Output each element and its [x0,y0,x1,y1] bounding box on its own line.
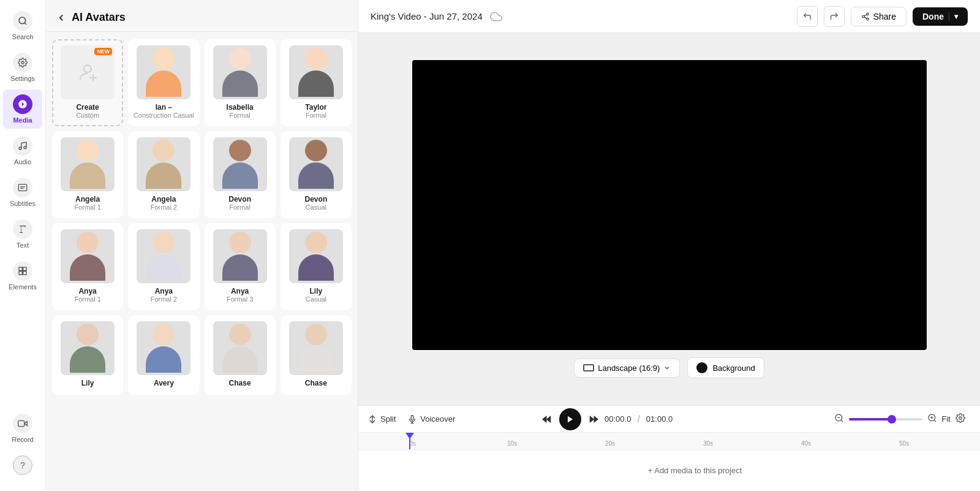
avatar-card-anya1[interactable]: Anya Formal 1 [52,223,123,310]
avatar-card-chase1[interactable]: Chase [205,315,276,395]
add-media-button[interactable]: + Add media to this project [648,466,742,475]
time-separator: / [637,414,639,425]
text-icon [13,219,32,239]
video-controls-bar: Landscape (16:9) Background [574,357,764,378]
done-button[interactable]: Done ▾ [913,7,968,26]
redo-button[interactable] [824,6,845,27]
play-button[interactable] [559,408,581,430]
sidebar-item-elements-label: Elements [9,283,37,291]
timeline-settings-button[interactable] [956,413,965,425]
panel-title: AI Avatars [72,11,126,24]
anya3-avatar-style: Formal 3 [227,295,253,303]
sidebar-item-search-label: Search [12,33,34,40]
sidebar-item-elements[interactable]: Elements [3,256,42,295]
angela1-avatar-name: Angela [75,195,100,204]
subtitles-icon [13,178,32,197]
avatar-card-ian[interactable]: Ian – Construction Casual [128,39,199,126]
svg-line-30 [841,420,843,422]
svg-rect-10 [19,272,22,275]
avatar-card-chase2[interactable]: Chase [281,315,352,395]
angela2-avatar-style: Formal 2 [151,204,177,211]
timeline-zoom-controls: Fit [834,413,965,425]
voiceover-button[interactable]: Voiceover [408,414,455,424]
sidebar-item-record-label: Record [12,436,33,443]
devon1-avatar-img [213,137,267,191]
sidebar-item-audio-label: Audio [14,158,31,166]
avatar-card-create[interactable]: NEW Create Custom [52,39,123,126]
svg-rect-9 [23,267,26,270]
anya2-avatar-style: Formal 2 [151,295,177,303]
isabella-avatar-name: Isabella [227,103,254,112]
svg-marker-25 [542,416,547,423]
taylor-avatar-name: Taylor [305,103,326,112]
fast-forward-button[interactable] [587,414,598,425]
sidebar-item-settings[interactable]: Settings [3,48,42,87]
devon2-avatar-name: Devon [305,195,328,204]
project-name: King's Video - Jun 27, 2024 [371,11,483,21]
record-icon [13,414,32,433]
undo-button[interactable] [797,6,818,27]
avatar-card-isabella[interactable]: Isabella Formal [205,39,276,126]
background-button[interactable]: Background [687,357,764,378]
avery-avatar-img [137,321,190,375]
sidebar-item-help[interactable]: ? [3,451,42,480]
angela1-avatar-img [61,137,115,191]
sidebar-item-media-label: Media [13,116,32,124]
isabella-avatar-style: Formal [230,112,251,119]
sidebar-item-record[interactable]: Record [3,409,42,448]
timeline-transport: 00:00.0 / 01:00.0 [542,408,673,430]
avatar-card-anya2[interactable]: Anya Formal 2 [128,223,199,310]
new-badge: NEW [94,48,112,55]
avatar-card-anya3[interactable]: Anya Formal 3 [205,223,276,310]
avatar-card-devon1[interactable]: Devon Formal [205,131,276,218]
svg-rect-12 [18,421,24,426]
zoom-out-button[interactable] [834,413,844,425]
chase1-avatar-img [213,321,267,375]
lily2-avatar-img [61,321,115,375]
svg-point-17 [862,15,864,18]
sidebar-item-media[interactable]: Media [3,89,42,129]
avatar-card-taylor[interactable]: Taylor Formal [281,39,352,126]
sidebar-item-audio[interactable]: Audio [3,131,42,170]
share-icon [861,12,870,21]
chevron-down-icon [663,364,671,371]
devon1-avatar-name: Devon [228,195,251,204]
landscape-button[interactable]: Landscape (16:9) [574,359,680,378]
sidebar-item-text[interactable]: Text [3,215,42,254]
zoom-in-button[interactable] [927,413,937,425]
background-color-swatch [696,362,707,373]
sidebar-item-search[interactable]: Search [3,6,42,45]
back-button[interactable] [56,12,67,23]
svg-line-33 [934,420,936,422]
isabella-avatar-img [213,45,267,99]
taylor-avatar-style: Formal [306,112,326,119]
share-button[interactable]: Share [851,7,907,26]
svg-point-18 [866,18,869,20]
avatar-card-lily1[interactable]: Lily Casual [281,223,352,310]
anya3-avatar-img [213,229,267,283]
avatar-card-angela2[interactable]: Angela Formal 2 [128,131,199,218]
svg-point-16 [866,13,869,15]
lily1-avatar-name: Lily [310,287,323,295]
timeline-ruler: 0s 10s 20s 30s 40s 50s 1m [358,433,980,450]
avatar-card-angela1[interactable]: Angela Formal 1 [52,131,123,218]
avatar-card-lily2[interactable]: Lily [52,315,123,395]
anya3-avatar-name: Anya [231,287,249,295]
svg-point-4 [24,147,26,149]
create-avatar-name: Create [76,103,99,112]
avatar-card-devon2[interactable]: Devon Casual [281,131,352,218]
create-avatar-style: Custom [76,112,99,119]
voiceover-label: Voiceover [420,414,455,424]
background-label: Background [712,363,755,373]
split-label: Split [380,414,396,424]
fit-button[interactable]: Fit [942,414,951,424]
avatar-card-avery[interactable]: Avery [128,315,199,395]
angela2-avatar-name: Angela [151,195,176,204]
lily2-avatar-name: Lily [81,379,94,387]
zoom-slider[interactable] [849,418,922,421]
rewind-button[interactable] [542,414,553,425]
split-button[interactable]: Split [368,414,396,424]
avery-avatar-name: Avery [154,379,174,387]
sidebar-item-subtitles[interactable]: Subtitles [3,173,42,212]
search-icon [13,11,32,31]
